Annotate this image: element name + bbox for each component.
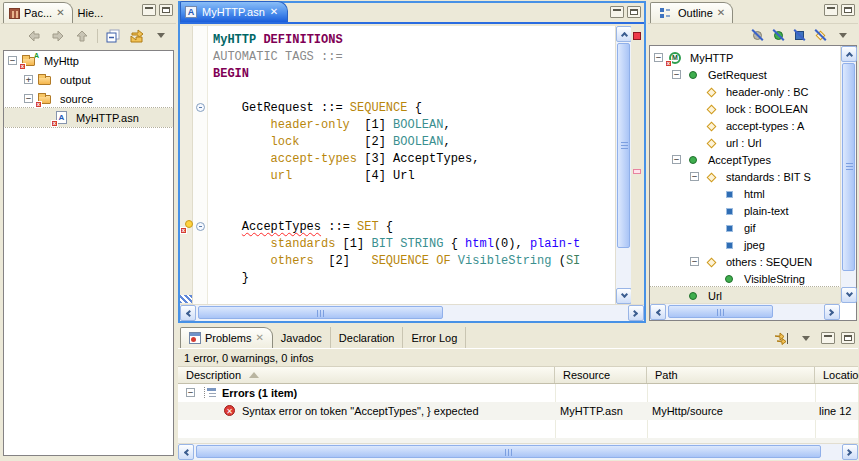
scroll-up-icon[interactable] <box>616 26 632 42</box>
view-menu-icon[interactable] <box>152 27 170 45</box>
collapse-icon[interactable]: − <box>654 53 663 62</box>
up-icon[interactable] <box>73 27 91 45</box>
error-overview-icon[interactable] <box>633 32 641 40</box>
tree-item-output[interactable]: +output <box>4 70 173 89</box>
error-quickfix-icon[interactable]: x <box>181 220 193 233</box>
collapse-icon[interactable]: − <box>24 94 33 103</box>
view-menu-icon[interactable] <box>834 27 852 45</box>
close-icon[interactable]: ✕ <box>255 333 263 343</box>
tab-error-log[interactable]: Error Log <box>403 327 466 348</box>
scrollbar-thumb[interactable] <box>842 63 855 271</box>
scroll-left-icon[interactable] <box>180 305 196 321</box>
tab-javadoc[interactable]: Javadoc <box>273 327 331 348</box>
tree-item-header-only-bc[interactable]: header-only : BC <box>650 83 840 100</box>
forward-icon[interactable] <box>49 27 67 45</box>
package-explorer-tree[interactable]: −AxMyHttp+output−xsourceAxMyHTTP.asn <box>3 50 174 456</box>
tab-hierarchy[interactable]: Hie... <box>73 2 111 23</box>
collapse-icon[interactable]: − <box>690 257 699 266</box>
tree-item-lock-boolean[interactable]: lock : BOOLEAN <box>650 100 840 117</box>
scrollbar-thumb[interactable] <box>617 43 630 248</box>
back-icon[interactable] <box>25 27 43 45</box>
close-icon[interactable]: ✕ <box>56 8 64 18</box>
scroll-right-icon[interactable] <box>824 304 840 320</box>
tree-item-accepttypes[interactable]: −AcceptTypes <box>650 151 840 168</box>
tree-item-source[interactable]: −xsource <box>4 89 173 108</box>
editor-vertical-scrollbar[interactable] <box>615 26 631 304</box>
error-row[interactable]: ✕ Syntax error on token "AcceptTypes", }… <box>178 402 858 420</box>
scroll-left-icon[interactable] <box>650 304 666 320</box>
error-group-row[interactable]: − Errors (1 item) <box>178 384 858 402</box>
tree-item-standards-bit-s[interactable]: −standards : BIT S <box>650 168 840 185</box>
maximize-icon[interactable] <box>841 4 855 16</box>
outline-horizontal-scrollbar[interactable] <box>650 303 840 320</box>
minimize-icon[interactable] <box>821 332 835 344</box>
outline-vertical-scrollbar[interactable] <box>840 46 856 303</box>
scroll-down-icon[interactable] <box>616 288 632 304</box>
enum-icon <box>721 221 738 235</box>
tree-item-label: source <box>58 93 95 105</box>
tree-item-myhttp-asn[interactable]: AxMyHTTP.asn <box>4 108 173 127</box>
tab-outline[interactable]: Outline ✕ <box>650 2 733 23</box>
tree-item-accept-types-a[interactable]: accept-types : A <box>650 117 840 134</box>
minimize-icon[interactable] <box>610 6 624 18</box>
scrollbar-thumb[interactable] <box>196 445 821 458</box>
tree-item-visiblestring[interactable]: VisibleString <box>650 270 840 287</box>
collapse-all-icon[interactable] <box>104 27 122 45</box>
editor-horizontal-scrollbar[interactable] <box>180 304 644 321</box>
code-line <box>213 185 615 202</box>
error-marker[interactable] <box>633 169 641 174</box>
scroll-down-icon[interactable] <box>841 287 857 303</box>
code-line: } <box>213 270 615 287</box>
collapse-icon[interactable]: − <box>186 388 195 397</box>
code-editor[interactable]: MyHTTP DEFINITIONSAUTOMATIC TAGS ::=BEGI… <box>208 26 615 304</box>
problems-horizontal-scrollbar[interactable] <box>178 443 858 460</box>
close-icon[interactable]: ✕ <box>717 8 725 18</box>
collapse-icon[interactable]: − <box>672 155 681 164</box>
tab-problems[interactable]: Problems ✕ <box>180 327 273 348</box>
double-arrow-icon[interactable] <box>773 329 791 347</box>
column-path[interactable]: Path <box>647 367 815 383</box>
maximize-icon[interactable] <box>841 332 855 344</box>
tree-item-plain-text[interactable]: plain-text <box>650 202 840 219</box>
tab-myhttp-asn[interactable]: A MyHTTP.asn ✕ <box>180 1 288 22</box>
tree-item-url-url[interactable]: url : Url <box>650 134 840 151</box>
scroll-right-icon[interactable] <box>628 305 644 321</box>
collapse-icon[interactable]: − <box>8 56 17 65</box>
tree-item-gif[interactable]: gif <box>650 219 840 236</box>
minimize-icon[interactable] <box>824 4 838 16</box>
tree-item-jpeg[interactable]: jpeg <box>650 236 840 253</box>
view-menu-icon[interactable] <box>797 329 815 347</box>
scroll-up-icon[interactable] <box>841 46 857 62</box>
collapse-fold-icon[interactable] <box>196 222 205 231</box>
filter-diamond-gold-icon[interactable] <box>813 28 828 43</box>
column-resource[interactable]: Resource <box>555 367 647 383</box>
tree-item-html[interactable]: html <box>650 185 840 202</box>
expand-icon[interactable]: + <box>24 75 33 84</box>
maximize-icon[interactable] <box>627 6 641 18</box>
outline-tree[interactable]: −MxMyHTTP−GetRequestheader-only : BClock… <box>650 46 840 303</box>
maximize-icon[interactable] <box>159 4 173 16</box>
link-with-editor-icon[interactable] <box>128 27 146 45</box>
column-location[interactable]: Location <box>815 367 858 383</box>
close-icon[interactable]: ✕ <box>270 7 278 17</box>
collapse-icon[interactable]: − <box>672 70 681 79</box>
tab-declaration[interactable]: Declaration <box>331 327 404 348</box>
scrollbar-thumb[interactable] <box>198 306 443 319</box>
tree-item-others-sequen[interactable]: −others : SEQUEN <box>650 253 840 270</box>
scrollbar-thumb[interactable] <box>668 305 773 318</box>
tree-item-myhttp[interactable]: −AxMyHttp <box>4 51 173 70</box>
collapse-fold-icon[interactable] <box>196 103 205 112</box>
error-group-label: Errors (1 item) <box>222 384 297 402</box>
column-description[interactable]: Description <box>178 367 555 383</box>
filter-square-blue-icon[interactable] <box>792 28 807 43</box>
tree-item-getrequest[interactable]: −GetRequest <box>650 66 840 83</box>
tree-item-url[interactable]: Url <box>650 287 840 303</box>
tree-item-myhttp[interactable]: −MxMyHTTP <box>650 49 840 66</box>
scroll-right-icon[interactable] <box>842 444 858 460</box>
minimize-icon[interactable] <box>142 4 156 16</box>
filter-circle-green-icon[interactable] <box>771 28 786 43</box>
tab-package-explorer[interactable]: Pac... ✕ <box>3 2 73 23</box>
collapse-icon[interactable]: − <box>690 172 699 181</box>
filter-circle-gray-icon[interactable] <box>750 28 765 43</box>
scroll-left-icon[interactable] <box>178 444 194 460</box>
